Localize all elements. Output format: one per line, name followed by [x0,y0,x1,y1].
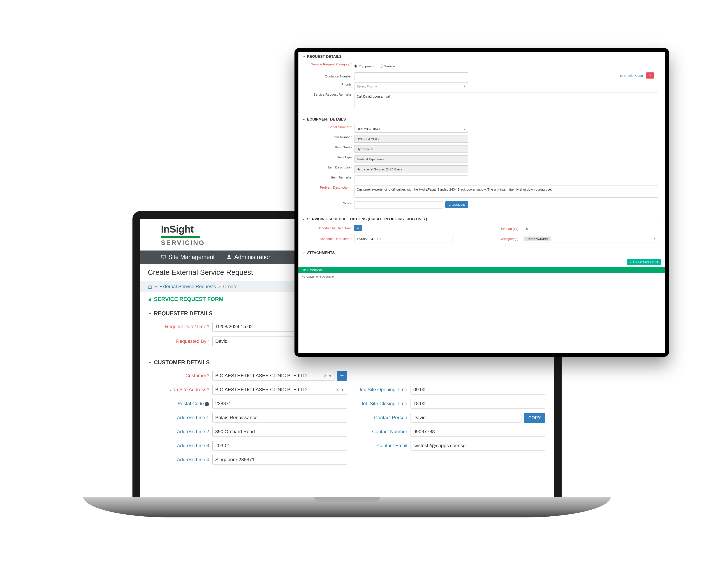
opening-time-input[interactable] [411,385,545,395]
item-number-label: Item Number [305,135,354,139]
requester-section-label: REQUESTER DETAILS [154,310,213,316]
attachments-toolbar: +ADD ATTACHMENT [298,257,665,267]
item-desc-input [354,165,468,173]
request-form: Service Request Category* Equipment Serv… [298,61,665,115]
laptop-base [83,497,611,518]
item-type-label: Item Type [305,155,354,159]
address2-input[interactable] [212,426,347,437]
priority-label: Priority [305,82,354,86]
chevron-down-icon [148,311,152,315]
customer-section-title[interactable]: CUSTOMER DETAILS [140,355,554,369]
address4-input[interactable] [212,454,347,465]
score-input[interactable] [354,201,443,209]
category-equipment-radio[interactable]: Equipment [354,64,374,68]
copy-button[interactable]: COPY [524,413,545,423]
serial-label: Serial Number* [305,125,354,129]
calculate-button[interactable]: CALCULATE [445,201,468,208]
chevron-down-icon [302,252,305,254]
problem-desc-textarea[interactable]: Customer experiencing difficulties with … [354,186,658,198]
laptop-lip [314,497,380,502]
app-logo: InSight SERVICING [161,223,205,246]
requested-by-label: Requested By* [149,338,212,344]
request-section-label: REQUEST DETAILS [307,54,342,59]
detail-panel: REQUEST DETAILS Service Request Category… [298,52,665,353]
radio-off-icon [380,64,383,67]
equipment-section-title[interactable]: EQUIPMENT DETAILS [298,115,665,124]
contact-person-label: Contact Person [347,415,411,420]
contact-email-label: Contact Email [347,443,411,448]
assignees-select[interactable]: ×BH ENGINEER▼ [521,235,658,242]
category-label: Service Request Category* [305,62,354,66]
address1-input[interactable] [212,413,347,423]
lock-icon [148,297,152,301]
monitor-icon [161,255,166,259]
duration-input[interactable] [521,225,658,232]
schedule-by-toggle[interactable] [354,225,362,231]
clear-icon[interactable]: × [459,127,461,131]
special-case-toggle[interactable]: ✕ [646,73,654,79]
address1-label: Address Line 1 [149,415,212,420]
serial-select[interactable]: HFS 2302 1848× ▼ [354,125,468,133]
logo-bar [161,236,200,238]
logo-text-top: InSight [161,223,205,235]
category-service-radio[interactable]: Service [380,64,395,68]
attachments-section-label: ATTACHMENTS [307,251,335,255]
tag-remove-icon[interactable]: × [525,237,527,241]
breadcrumb-current: Create [223,284,238,289]
info-icon[interactable]: i [205,402,209,406]
servicing-section-label: SERVICING SCHEDULE OPTIONS (CREATION OF … [307,217,427,221]
chevron-down-icon [302,218,305,221]
quotation-input[interactable] [354,73,468,80]
priority-select[interactable]: Select Priority▼ [354,82,468,90]
jobsite-address-select[interactable]: BIO AESTHETIC LASER CLINIC PTE LTD×▼ [212,385,347,395]
nav-site-management-label: Site Management [168,254,215,260]
chevron-down-icon: ▼ [463,85,466,88]
schedule-datetime-input[interactable] [354,235,453,242]
address3-input[interactable] [212,441,347,451]
customer-contact-number-input[interactable] [411,426,545,437]
radio-on-icon [354,64,357,67]
contact-person-input[interactable] [411,413,522,423]
customer-select[interactable]: BIO AESTHETIC LASER CLINIC PTE LTD×▼ [212,370,335,381]
request-section-title[interactable]: REQUEST DETAILS [298,52,665,61]
item-group-label: Item Group [305,145,354,149]
problem-desc-label: Problem Description* [305,186,354,189]
schedule-datetime-label: Schedule Date/Time* [305,237,354,241]
breadcrumb-link-requests[interactable]: External Service Requests [159,284,216,289]
home-icon[interactable] [148,284,152,289]
address4-label: Address Line 4 [149,457,212,463]
item-group-input [354,145,468,153]
add-attachment-button[interactable]: +ADD ATTACHMENT [627,259,661,266]
form-section-label: SERVICE REQUEST FORM [154,296,224,302]
breadcrumb-sep: » [218,284,221,289]
clear-icon[interactable]: × [336,387,339,392]
plus-icon: + [630,260,631,264]
attachments-section-title[interactable]: ATTACHMENTS [298,248,665,257]
attachments-empty-row: No Attachments Available [298,273,665,280]
item-desc-label: Item Description [305,165,354,169]
servicing-section-title[interactable]: SERVICING SCHEDULE OPTIONS (CREATION OF … [298,215,665,224]
nav-site-management[interactable]: Site Management [161,254,215,260]
schedule-by-label: Schedule by Date/Time [305,226,354,230]
clear-icon[interactable]: × [324,373,327,378]
svg-rect-3 [149,299,151,301]
special-case-label: Is Special Case [620,74,643,78]
add-customer-button[interactable]: + [337,370,347,381]
nav-administration[interactable]: Administration [227,254,272,260]
chevron-down-icon: ▼ [463,128,466,131]
customer-section-label: CUSTOMER DETAILS [154,359,210,366]
request-datetime-label: Request Date/Time* [149,324,212,330]
postal-code-label: Postal Codei [149,401,212,407]
collapse-icon[interactable]: ⌄ [658,218,661,221]
quotation-label: Quotation Number [305,74,354,78]
customer-form: Customer* BIO AESTHETIC LASER CLINIC PTE… [140,369,554,473]
closing-time-input[interactable] [411,398,545,409]
closing-time-label: Job Site Closing Time [347,401,411,407]
contact-email-input[interactable] [411,441,545,451]
remarks-textarea[interactable]: Call David upon arrival. [354,92,658,108]
item-remarks-input[interactable] [354,175,468,183]
nav-administration-label: Administration [234,254,272,260]
score-label: Score [305,201,354,205]
postal-code-input[interactable] [212,398,347,409]
customer-contact-number-label: Contact Number [347,429,411,435]
